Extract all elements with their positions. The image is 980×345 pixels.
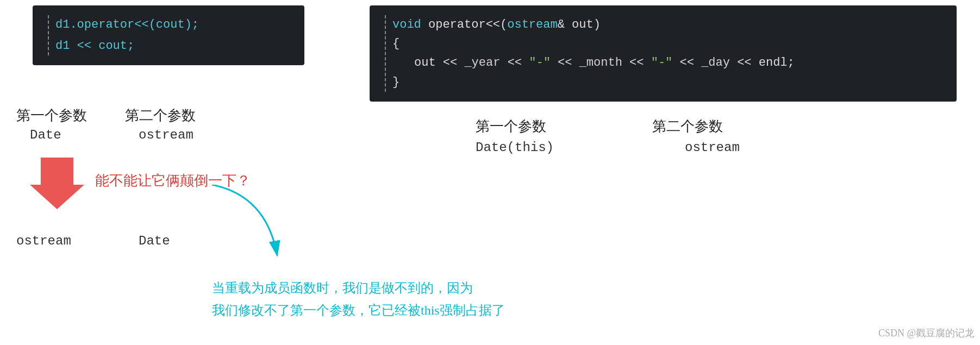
- right-code-block: void operator<<( ostream & out) { out <<…: [370, 5, 957, 102]
- right-ostream-label: ostream: [685, 140, 740, 155]
- left-code-block: d1.operator<<(cout); d1 << cout;: [33, 5, 304, 65]
- right-first-param-label: 第一个参数: [476, 117, 546, 136]
- left-first-param-label: 第一个参数: [16, 106, 87, 125]
- left-second-param-label: 第二个参数: [125, 106, 196, 125]
- red-down-arrow: [30, 158, 84, 212]
- left-code-line2: d1 << cout;: [55, 36, 134, 55]
- left-ostream-swapped: ostream: [16, 234, 71, 248]
- left-ostream-label: ostream: [139, 128, 193, 142]
- explanation-text: 当重载为成员函数时，我们是做不到的，因为 我们修改不了第一个参数，它已经被thi…: [212, 277, 505, 322]
- right-date-this-label: Date(this): [476, 140, 554, 155]
- right-second-param-label: 第二个参数: [652, 117, 723, 136]
- left-date-swapped: Date: [139, 234, 170, 248]
- svg-marker-1: [30, 158, 84, 209]
- blue-curved-arrow: [212, 185, 364, 283]
- left-code-line1: d1.operator<<(cout);: [55, 15, 199, 34]
- left-date-label: Date: [30, 128, 61, 142]
- watermark: CSDN @戳豆腐的记龙: [878, 327, 975, 340]
